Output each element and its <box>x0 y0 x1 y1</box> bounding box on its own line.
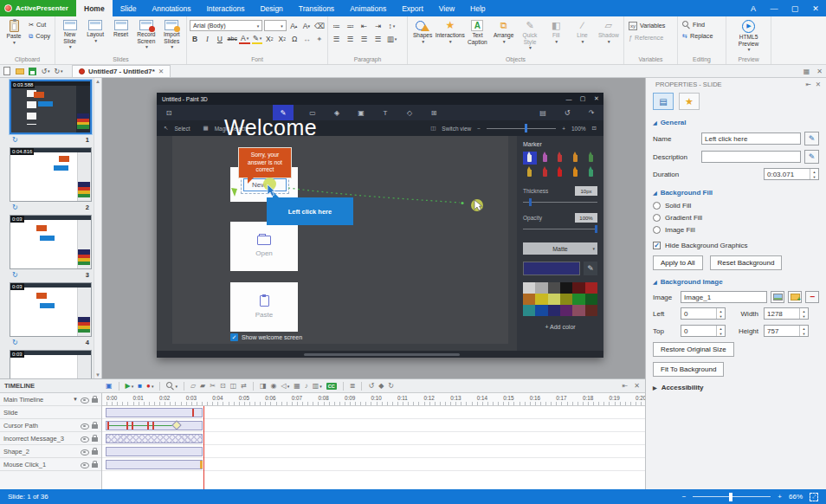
lock-icon[interactable] <box>92 463 98 468</box>
undo-icon[interactable]: ↺ <box>368 382 374 390</box>
apply-to-all-button[interactable]: Apply to All <box>653 255 703 270</box>
keyframe-icon[interactable]: ◆ <box>378 382 384 390</box>
top-stepper[interactable]: 0▲▼ <box>681 325 726 337</box>
closed-caption-icon[interactable]: CC <box>326 383 337 390</box>
timeline-pin-icon[interactable]: ⇤ <box>623 382 629 390</box>
stop-icon[interactable]: ■ <box>138 382 142 390</box>
shapes-button[interactable]: Shapes▼ <box>410 18 435 44</box>
description-edit-icon[interactable]: ✎ <box>804 150 819 164</box>
import-slides-button[interactable]: Import Slides▼ <box>160 18 184 50</box>
height-stepper[interactable]: 757▲▼ <box>764 325 809 337</box>
hide-background-graphics-checkbox[interactable]: ✓Hide Background Graphics <box>653 242 819 249</box>
name-edit-icon[interactable]: ✎ <box>804 132 819 145</box>
remove-image-icon[interactable]: − <box>805 291 819 303</box>
new-slide-button[interactable]: New Slide▼ <box>58 18 81 50</box>
document-close-icon[interactable]: ✕ <box>158 68 165 75</box>
menu-tab-animations[interactable]: Animations <box>342 0 394 16</box>
slide-thumbnail-2[interactable]: 0:04.816↻2 <box>10 147 92 213</box>
cut-range-icon[interactable]: ✂ <box>210 382 216 390</box>
layout-button[interactable]: Layout▼ <box>83 18 106 43</box>
background-image-section-header[interactable]: ◢Background Image <box>653 278 819 286</box>
copy-button[interactable]: ⧉Copy <box>27 31 52 41</box>
menu-tab-design[interactable]: Design <box>252 0 290 16</box>
panel-close-icon[interactable]: ✕ <box>813 65 826 77</box>
transition-effect-icon[interactable]: ◨ <box>260 382 267 390</box>
timeline-content[interactable]: 0:000:010:020:030:040:050:060:070:080:09… <box>102 393 645 489</box>
track-name-mouse-click-1[interactable]: Mouse Click_1 <box>0 458 101 471</box>
text-direction-icon[interactable]: ▥▾ <box>386 33 397 44</box>
replace-button[interactable]: ⇆Replace <box>681 31 723 41</box>
blur-effect-icon[interactable]: ◉ <box>271 382 277 390</box>
zoom-icon[interactable]: ▾ <box>166 382 177 390</box>
timeline-bar-shape-2[interactable] <box>106 447 203 456</box>
image-from-file-icon[interactable] <box>788 291 802 303</box>
panel-layout-icon[interactable]: ▦ <box>800 65 813 77</box>
radio-image-fill[interactable]: Image Fill <box>653 226 819 234</box>
superscript-icon[interactable]: X2 <box>277 33 287 44</box>
grow-font-icon[interactable]: A▴ <box>288 20 300 31</box>
pan-tool-icon[interactable]: ▣ <box>106 382 113 390</box>
waveform-icon[interactable]: ▥▾ <box>313 382 322 390</box>
redo-icon[interactable]: ↻ <box>388 382 394 390</box>
document-tab[interactable]: Untitled7 - Untitled7* ✕ <box>72 65 171 77</box>
timeline-bar-slide[interactable] <box>106 408 203 417</box>
slide-thumbnail-1[interactable]: 0:03.588↻1 <box>10 80 92 145</box>
fit-to-background-button[interactable]: Fit To Background <box>653 362 724 377</box>
justify-icon[interactable]: ☰ <box>372 33 384 44</box>
crop-to-range-icon[interactable]: ⊡ <box>220 382 226 390</box>
duration-stepper[interactable]: 0:03.071 ▲▼ <box>764 168 819 180</box>
eye-icon[interactable] <box>81 448 89 456</box>
background-fill-section-header[interactable]: ◢Background Fill <box>653 189 819 197</box>
increase-indent-icon[interactable]: ⇥ <box>372 20 384 31</box>
menu-tab-slide[interactable]: Slide <box>113 0 145 16</box>
eye-icon[interactable] <box>81 396 89 404</box>
zoom-in-icon[interactable]: + <box>778 493 782 501</box>
italic-icon[interactable]: I <box>202 33 212 44</box>
underline-icon[interactable]: U <box>215 33 225 44</box>
zoom-out-icon[interactable]: − <box>682 493 687 501</box>
reset-background-button[interactable]: Reset Background <box>710 255 783 270</box>
radio-gradient-fill[interactable]: Gradient Fill <box>653 214 819 222</box>
menu-tab-annotations[interactable]: Annotations <box>145 0 199 16</box>
slides-scrollbar[interactable]: ▲ ▼ <box>94 78 101 378</box>
lock-icon[interactable] <box>92 450 98 455</box>
interactions-button[interactable]: ★Interactions▼ <box>436 18 463 44</box>
description-field[interactable] <box>701 151 801 163</box>
slide-thumbnail-5[interactable]: 0:03↻5 <box>10 350 92 378</box>
mouse-click-effect[interactable] <box>263 178 276 191</box>
subscript-icon[interactable]: X2 <box>264 33 274 44</box>
shrink-font-icon[interactable]: A▾ <box>301 20 313 31</box>
timeline-selector[interactable]: Main Timeline ▼ <box>0 393 101 406</box>
insert-audio-icon[interactable]: ♪ <box>305 382 308 390</box>
font-family-select[interactable]: Arial (Body)▾ <box>190 20 262 31</box>
slide-thumbnail-4[interactable]: 0:03↻4 <box>10 282 92 348</box>
find-button[interactable]: Find <box>681 20 723 29</box>
incorrect-message-callout[interactable]: Sorry, your answer is not correct <box>238 147 292 178</box>
canvas-area[interactable]: Untitled - Paint 3D — ▢ ✕ ⊡ ✎ ▭ <box>102 78 645 378</box>
numbered-list-icon[interactable]: ≕ <box>345 20 356 31</box>
account-icon[interactable]: A <box>743 0 764 16</box>
lock-icon[interactable] <box>92 424 98 429</box>
record-screen-button[interactable]: Record Screen▼ <box>134 18 158 50</box>
slide-thumbnail-3[interactable]: 0:03↻3 <box>10 215 92 281</box>
text-effects-icon[interactable]: ✦ <box>314 33 325 44</box>
image-from-project-icon[interactable] <box>771 291 784 303</box>
fit-slide-icon[interactable]: ⤢ <box>810 493 818 501</box>
text-caption-button[interactable]: AText Caption <box>465 18 489 45</box>
insert-video-icon[interactable]: ▦ <box>294 382 300 390</box>
eye-icon[interactable] <box>81 422 89 430</box>
general-section-header[interactable]: ◢General <box>653 119 819 126</box>
variables-button[interactable]: xyVariables <box>627 20 674 31</box>
menu-tab-interactions[interactable]: Interactions <box>198 0 252 16</box>
align-right-icon[interactable]: ☰ <box>358 33 370 44</box>
fill-button[interactable]: ◧Fill▼ <box>544 18 568 44</box>
radio-solid-fill[interactable]: Solid Fill <box>653 202 819 210</box>
highlight-color-icon[interactable]: ✎▾ <box>252 33 262 44</box>
accessibility-section-header[interactable]: ▶Accessibility <box>646 377 826 398</box>
arrange-button[interactable]: ⧉Arrange▼ <box>492 18 516 44</box>
name-field[interactable]: Left click here <box>701 132 801 145</box>
open-project-icon[interactable] <box>13 65 26 77</box>
audio-fade-icon[interactable]: ◁▾ <box>281 382 289 390</box>
keyframe-diamond-icon[interactable] <box>171 420 181 430</box>
paste-button[interactable]: Paste▼ <box>3 18 25 45</box>
